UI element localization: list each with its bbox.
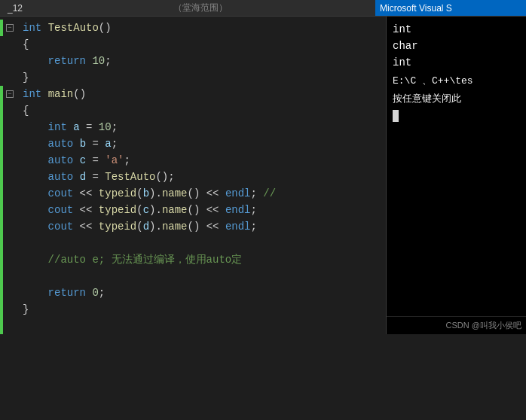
code-line-5: int main() [23, 86, 380, 102]
code-area: int TestAuto() { return 10; } [0, 17, 386, 334]
punct-tb1: ( [136, 185, 142, 202]
var-d: d [80, 169, 86, 185]
brace-close-1: } [23, 69, 29, 86]
fn-testauto: TestAuto [48, 20, 99, 36]
ci-empty-5 [3, 119, 17, 135]
ci-empty-10 [3, 202, 17, 218]
console-panel: int char int E:\C 、C++\tes 按任意键关闭此 CSDN … [387, 17, 526, 334]
vs-title-bar: Microsoft Visual S [375, 0, 526, 16]
var-b: b [80, 135, 86, 152]
semi-7: ; [251, 218, 257, 235]
var-c-2: c [143, 202, 149, 218]
tab-label[interactable]: _12 [8, 3, 23, 14]
console-path-text: E:\C 、C++\tes [393, 75, 473, 87]
str-a: 'a' [105, 152, 124, 169]
punct-tb3: () [187, 185, 200, 202]
brace-open-1: { [23, 36, 29, 53]
fn-name-3: name [162, 218, 188, 235]
ci-empty-6 [3, 135, 17, 152]
code-line-10: auto d = TestAuto(); [23, 169, 380, 185]
code-line-6: { [23, 102, 380, 119]
var-c: c [80, 152, 86, 169]
code-line-13: cout << typeid(d).name() << endl; [23, 218, 380, 235]
cursor-block [393, 110, 399, 122]
app-container: _12 （堂海范围） Microsoft Visual S [0, 0, 526, 334]
ci-empty-3 [3, 69, 17, 86]
code-line-8: auto b = a; [23, 135, 380, 152]
console-line-3: int [393, 54, 520, 71]
code-line-3: return 10; [23, 53, 380, 69]
semi-1: ; [105, 53, 111, 69]
code-content: int TestAuto() { return 10; } [17, 17, 386, 334]
kw-int-1: int [23, 20, 41, 36]
main-container: int TestAuto() { return 10; } [0, 17, 526, 334]
code-line-17: return 0; [23, 285, 380, 301]
ci-empty-4 [3, 102, 17, 119]
var-d-2: d [143, 218, 149, 235]
code-line-9: auto c = 'a'; [23, 152, 380, 169]
punct-td1: ( [136, 218, 142, 235]
kw-endl-3: endl [225, 218, 251, 235]
code-line-11: cout << typeid(b).name() << endl; // [23, 185, 380, 202]
num-0: 0 [92, 285, 98, 301]
kw-cout-1: cout [48, 185, 74, 202]
code-line-15: //auto e; 无法通过编译，使用auto定 [23, 251, 380, 268]
collapse-testauto[interactable] [3, 20, 17, 36]
semi-4: ; [124, 152, 130, 169]
minus-icon-testauto[interactable] [6, 24, 14, 32]
punct-tc1: ( [136, 202, 142, 218]
code-line-1: int TestAuto() [23, 20, 380, 36]
ci-empty-15 [3, 285, 17, 301]
kw-auto-d: auto [48, 169, 74, 185]
console-cursor-line [393, 110, 520, 122]
kw-int-3: int [48, 119, 67, 135]
code-line-2: { [23, 36, 380, 53]
console-prompt-text: 按任意键关闭此 [393, 93, 461, 105]
punct-td3: () [187, 218, 200, 235]
ci-empty-13 [3, 251, 17, 268]
kw-auto-b: auto [48, 135, 74, 152]
num-10: 10 [92, 53, 105, 69]
code-line-14 [23, 235, 380, 251]
punct-td2: ). [149, 218, 162, 235]
kw-return-1: return [48, 53, 86, 69]
kw-return-2: return [48, 285, 86, 301]
fn-typeid-2: typeid [99, 202, 136, 218]
brace-close-2: } [23, 301, 29, 318]
punct-tc2: ). [149, 202, 162, 218]
code-line-18: } [23, 301, 380, 318]
watermark-text: CSDN @叫我小侯吧 [446, 321, 521, 330]
ci-empty-14 [3, 268, 17, 285]
fn-name-1: name [162, 185, 188, 202]
ci-empty-9 [3, 185, 17, 202]
kw-cout-2: cout [48, 202, 74, 218]
ci-empty-1 [3, 36, 17, 53]
var-a-ref: a [105, 135, 111, 152]
brace-open-2: { [23, 102, 29, 119]
minus-icon-main[interactable] [6, 90, 14, 98]
var-a: a [73, 119, 79, 135]
fn-testauto-call: TestAuto [105, 169, 155, 185]
fn-typeid-1: typeid [99, 185, 136, 202]
fn-name-2: name [162, 202, 188, 218]
ci-empty-12 [3, 235, 17, 251]
fn-typeid-3: typeid [99, 218, 136, 235]
kw-int-2: int [23, 86, 41, 102]
breadcrumb-sep: （堂海范围） [173, 2, 228, 14]
semi-5: ; [251, 185, 257, 202]
collapse-main[interactable] [3, 86, 17, 102]
comment-2: //auto e; 无法通过编译，使用auto定 [23, 251, 242, 268]
kw-endl-2: endl [225, 202, 251, 218]
punct-1: () [99, 20, 112, 36]
semi-6: ; [251, 202, 257, 218]
code-line-7: int a = 10; [23, 119, 380, 135]
semi-8: ; [99, 285, 105, 301]
console-path: E:\C 、C++\tes [393, 74, 520, 89]
punct-tc3: () [187, 202, 200, 218]
code-line-16 [23, 268, 380, 285]
ci-empty-7 [3, 152, 17, 169]
var-b-2: b [143, 185, 149, 202]
console-prompt: 按任意键关闭此 [393, 92, 520, 107]
code-editor-panel: int TestAuto() { return 10; } [0, 17, 387, 334]
console-output: int char int E:\C 、C++\tes 按任意键关闭此 [387, 17, 526, 316]
